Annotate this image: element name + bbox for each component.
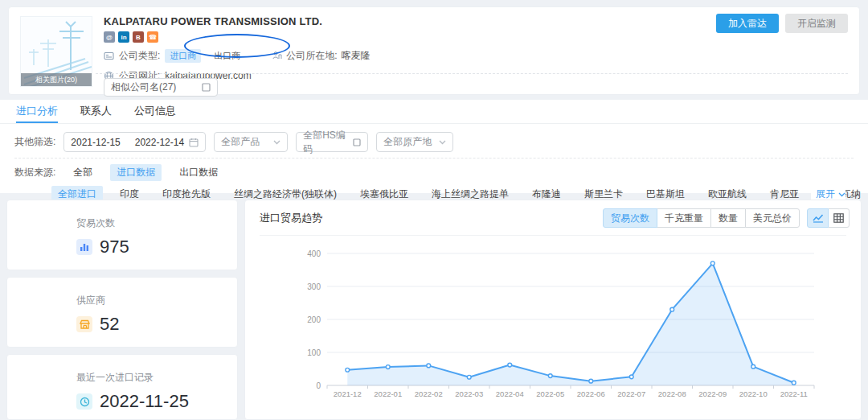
stat-label: 供应商 xyxy=(76,294,119,307)
company-type-label: 公司类型: xyxy=(119,49,160,63)
similar-companies-label: 相似公司名(27) xyxy=(111,80,202,94)
company-image[interactable]: 相关图片(20) xyxy=(20,16,92,87)
svg-text:2022-04: 2022-04 xyxy=(496,389,524,398)
bar-chart-icon xyxy=(76,239,92,255)
id-card-icon xyxy=(104,51,114,61)
data-point-2022-04[interactable] xyxy=(508,363,512,367)
data-point-2022-01[interactable] xyxy=(386,365,390,369)
stat-value: 52 xyxy=(100,314,119,335)
metric-toggle-group: 贸易次数千克重量数量美元总价 xyxy=(603,208,800,228)
svg-text:2022-07: 2022-07 xyxy=(617,389,645,398)
related-images-label[interactable]: 相关图片(20) xyxy=(21,73,92,86)
svg-text:2022-01: 2022-01 xyxy=(374,389,402,398)
stat-value: 2022-11-25 xyxy=(100,391,189,412)
svg-text:0: 0 xyxy=(316,381,321,390)
data-point-2022-02[interactable] xyxy=(427,364,431,368)
data-point-2022-03[interactable] xyxy=(467,375,471,379)
location-value: 喀麦隆 xyxy=(342,49,371,63)
date-start: 2021-12-15 xyxy=(71,137,120,148)
data-source-row: 数据来源: 全部进口数据出口数据 xyxy=(0,159,868,181)
company-type-exporter: 出口商 xyxy=(209,49,245,63)
svg-text:2022-10: 2022-10 xyxy=(739,389,768,398)
data-point-2022-07[interactable] xyxy=(629,375,633,379)
chevron-down-icon xyxy=(439,140,446,145)
source-export-data[interactable]: 出口数据 xyxy=(173,164,224,181)
product-select-value: 全部产品 xyxy=(221,135,268,149)
company-import-analysis-page: 相关图片(20) KALPATARU POWER TRANSMISSION LT… xyxy=(0,0,868,420)
chart-title: 进口贸易趋势 xyxy=(260,211,322,225)
data-source-label: 数据来源: xyxy=(14,166,55,179)
origin-select[interactable]: 全部原产地 xyxy=(376,132,453,152)
data-point-2022-11[interactable] xyxy=(792,381,796,385)
svg-text:2022-02: 2022-02 xyxy=(415,389,443,398)
metric-quantity[interactable]: 数量 xyxy=(710,208,746,228)
phone-icon[interactable]: ☎ xyxy=(147,31,158,43)
svg-text:200: 200 xyxy=(307,315,321,324)
social-icons-row: @inB☎ xyxy=(104,31,698,43)
chevron-down-icon xyxy=(838,192,845,197)
stat-label: 贸易次数 xyxy=(76,216,129,230)
linkedin-icon[interactable]: in xyxy=(118,31,129,43)
similar-companies-select[interactable]: 相似公司名(27) xyxy=(104,78,218,97)
source-all[interactable]: 全部 xyxy=(67,164,99,181)
line-chart-view-button[interactable] xyxy=(807,208,829,228)
header-divider xyxy=(96,73,848,74)
chevron-down-icon xyxy=(273,140,280,145)
svg-text:300: 300 xyxy=(307,282,321,291)
tab-import-analysis[interactable]: 进口分析 xyxy=(16,100,58,123)
company-name: KALPATARU POWER TRANSMISSION LTD. xyxy=(104,15,698,27)
svg-text:2022-05: 2022-05 xyxy=(536,389,564,398)
source-import-data[interactable]: 进口数据 xyxy=(110,164,162,181)
add-radar-button[interactable]: 加入雷达 xyxy=(716,14,779,33)
header-actions: 加入雷达 开启监测 xyxy=(716,14,848,33)
calendar-icon xyxy=(189,138,199,147)
stat-card-last-import: 最近一次进口记录 2022-11-25 xyxy=(6,354,238,420)
data-point-2022-09[interactable] xyxy=(710,261,714,266)
company-type-row: 公司类型: 进口商出口商 公司所在地: 喀麦隆 xyxy=(104,48,698,63)
svg-text:2022-11: 2022-11 xyxy=(780,389,808,398)
tabs-row: 进口分析联系人公司信息 xyxy=(0,100,868,124)
data-point-2022-05[interactable] xyxy=(548,374,552,378)
hs-code-select[interactable]: 全部HS编码 xyxy=(296,132,368,152)
view-toggle-group xyxy=(808,208,850,228)
table-icon xyxy=(833,213,844,223)
data-point-2022-06[interactable] xyxy=(589,379,593,383)
start-monitor-button[interactable]: 开启监测 xyxy=(785,14,848,33)
company-location-group: 公司所在地: 喀麦隆 xyxy=(272,49,370,63)
stat-card-suppliers: 供应商 52 xyxy=(6,277,238,348)
svg-text:2022-08: 2022-08 xyxy=(658,389,686,398)
company-type-importer: 进口商 xyxy=(165,49,201,63)
data-point-2022-08[interactable] xyxy=(670,307,674,311)
product-select[interactable]: 全部产品 xyxy=(214,132,288,152)
table-view-button[interactable] xyxy=(828,208,850,228)
chart-divider xyxy=(260,235,846,236)
data-point-2021-12[interactable] xyxy=(346,368,350,372)
trade-trend-chart[interactable]: 01002003004002021-122022-012022-022022-0… xyxy=(245,237,861,420)
origin-select-value: 全部原产地 xyxy=(383,135,434,149)
stat-value: 975 xyxy=(100,237,129,257)
at-icon[interactable]: @ xyxy=(104,31,115,43)
shop-icon xyxy=(76,316,92,332)
metric-kg-weight[interactable]: 千克重量 xyxy=(657,208,711,228)
tab-company-info[interactable]: 公司信息 xyxy=(134,100,176,123)
data-point-2022-10[interactable] xyxy=(751,364,755,369)
line-chart-icon xyxy=(813,213,824,223)
svg-text:2022-06: 2022-06 xyxy=(577,389,605,398)
window-icon xyxy=(353,138,361,146)
window-icon xyxy=(202,83,211,92)
date-range-input[interactable]: 2021-12-15 2022-12-14 xyxy=(63,132,206,152)
tabs-filters-section: 进口分析联系人公司信息 其他筛选: 2021-12-15 2022-12-14 … xyxy=(0,100,868,193)
blog-icon[interactable]: B xyxy=(133,31,144,43)
stat-label: 最近一次进口记录 xyxy=(76,371,189,385)
other-filter-label: 其他筛选: xyxy=(14,135,55,149)
location-label: 公司所在地: xyxy=(286,49,337,63)
metric-usd-total[interactable]: 美元总价 xyxy=(745,208,800,228)
import-trend-card: 进口贸易趋势 贸易次数千克重量数量美元总价 xyxy=(244,200,862,420)
person-building-icon xyxy=(272,51,282,60)
svg-text:400: 400 xyxy=(307,249,321,258)
stat-card-trade-count: 贸易次数 975 xyxy=(6,200,238,270)
clock-icon xyxy=(76,393,92,410)
tab-contacts[interactable]: 联系人 xyxy=(80,100,112,123)
metric-trade-count[interactable]: 贸易次数 xyxy=(603,208,657,228)
filter-row: 其他筛选: 2021-12-15 2022-12-14 全部产品 xyxy=(0,124,868,153)
